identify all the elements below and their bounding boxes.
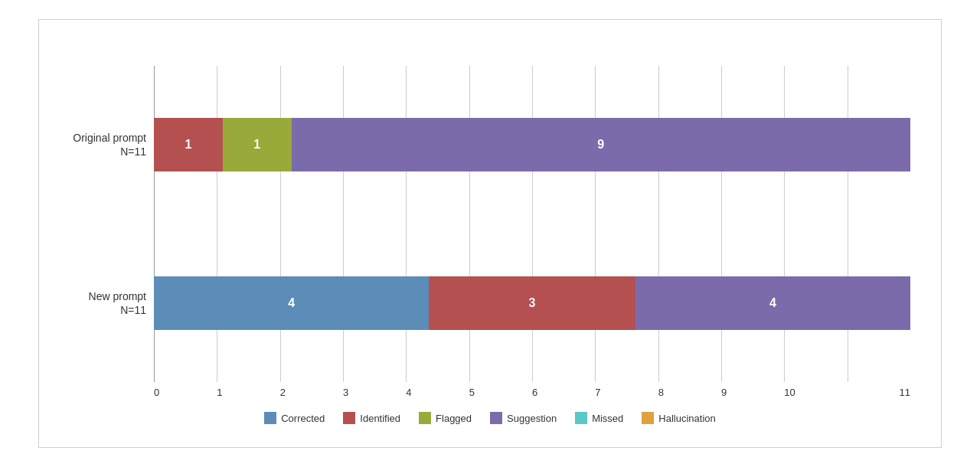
legend-item-corrected: Corrected: [264, 412, 325, 424]
x-tick: 0: [154, 387, 217, 398]
legend-swatch-flagged: [419, 412, 431, 424]
bar-segment-identified: 3: [429, 276, 635, 330]
bar-row: 434: [154, 276, 910, 330]
legend-label-hallucination: Hallucination: [658, 413, 715, 424]
legend-item-missed: Missed: [575, 412, 623, 424]
x-tick: 5: [469, 387, 532, 398]
x-tick: 10: [784, 387, 847, 398]
bar-row: 119: [154, 118, 910, 171]
legend: CorrectedIdentifiedFlaggedSuggestionMiss…: [70, 412, 910, 424]
legend-item-flagged: Flagged: [419, 412, 472, 424]
legend-label-identified: Identified: [360, 413, 400, 424]
legend-swatch-identified: [343, 412, 355, 424]
legend-swatch-missed: [575, 412, 587, 424]
bars-rows: 119434: [154, 66, 910, 382]
x-axis: 01234567891011: [154, 387, 910, 398]
legend-swatch-hallucination: [642, 412, 654, 424]
chart-body: Original promptN=11New promptN=11 119434…: [70, 66, 910, 424]
bar-segment-suggestion: 9: [292, 118, 910, 171]
legend-item-suggestion: Suggestion: [490, 412, 557, 424]
bar-segment-suggestion: 4: [635, 276, 910, 330]
x-tick: 2: [280, 387, 343, 398]
x-tick: 1: [217, 387, 279, 398]
y-label: New promptN=11: [70, 289, 146, 317]
bar-segment-corrected: 4: [154, 276, 429, 330]
legend-item-identified: Identified: [343, 412, 400, 424]
legend-swatch-corrected: [264, 412, 276, 424]
legend-item-hallucination: Hallucination: [642, 412, 715, 424]
bars-and-grid: 119434: [154, 66, 910, 382]
chart-container: Original promptN=11New promptN=11 119434…: [38, 19, 942, 448]
legend-swatch-suggestion: [490, 412, 502, 424]
x-tick: 4: [406, 387, 469, 398]
legend-label-suggestion: Suggestion: [507, 413, 557, 424]
plot-area: Original promptN=11New promptN=11 119434: [70, 66, 910, 382]
x-tick: 3: [343, 387, 406, 398]
x-tick: 8: [658, 387, 721, 398]
y-label: Original promptN=11: [70, 131, 146, 158]
x-tick: 11: [848, 387, 910, 398]
legend-label-missed: Missed: [592, 413, 623, 424]
legend-label-flagged: Flagged: [436, 413, 472, 424]
bar-segment-flagged: 1: [223, 118, 292, 171]
x-tick: 7: [595, 387, 658, 398]
legend-label-corrected: Corrected: [281, 413, 325, 424]
x-tick: 6: [532, 387, 595, 398]
y-labels: Original promptN=11New promptN=11: [70, 66, 154, 382]
x-tick: 9: [721, 387, 784, 398]
bar-segment-identified: 1: [154, 118, 223, 171]
